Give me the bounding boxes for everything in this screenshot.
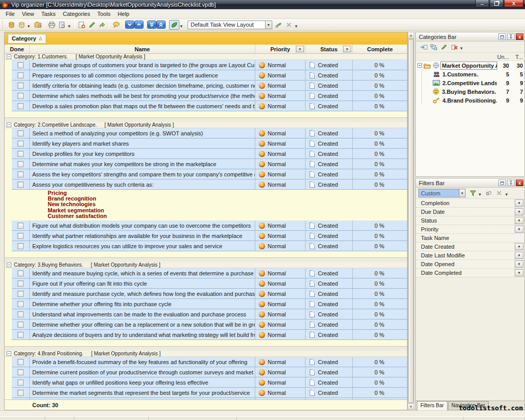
- priority-cell[interactable]: Normal: [255, 221, 306, 230]
- filter-row-due-date[interactable]: Due Date▼: [416, 208, 524, 216]
- status-cell[interactable]: Created: [306, 330, 353, 339]
- priority-cell[interactable]: Normal: [255, 278, 306, 288]
- new-subcategory-icon[interactable]: [429, 42, 439, 52]
- task-name-cell[interactable]: Explore logistics resources you can util…: [30, 241, 255, 251]
- task-row[interactable]: Determine whether your offering can be a…: [12, 319, 407, 330]
- status-cell[interactable]: Created: [306, 309, 353, 319]
- filter-row-status[interactable]: Status▼: [416, 216, 524, 225]
- scrollbar-thumb[interactable]: [408, 39, 414, 403]
- tree-item-2-competitive-landscape[interactable]: 2.Competitive Landscape99: [416, 78, 524, 87]
- done-checkbox[interactable]: [17, 270, 24, 276]
- done-checkbox[interactable]: [17, 141, 24, 147]
- comment-icon[interactable]: [111, 20, 122, 30]
- status-cell[interactable]: Created: [306, 357, 353, 367]
- collapse-icon[interactable]: −: [7, 351, 11, 356]
- filter-row-task-name[interactable]: Task Name: [416, 234, 524, 243]
- save-database-icon[interactable]: [33, 20, 43, 30]
- task-name-cell[interactable]: Assess your competitiveness by such crit…: [30, 179, 255, 189]
- priority-cell[interactable]: Normal: [255, 169, 306, 179]
- delete-layout-icon[interactable]: [284, 20, 294, 30]
- tree-root-label[interactable]: Market Opportunity Analy: [441, 62, 497, 69]
- filter-row-date-last-modifie[interactable]: Date Last Modifie▼: [416, 251, 524, 260]
- open-database-icon[interactable]: [16, 20, 27, 30]
- status-cell[interactable]: Created: [306, 101, 353, 111]
- new-category-icon[interactable]: [418, 42, 429, 52]
- done-checkbox[interactable]: [17, 332, 24, 338]
- title-bar[interactable]: Vip organizer [C:\Users\dmitry\Desktop\M…: [0, 0, 525, 9]
- column-header-priority[interactable]: Priority ▼: [255, 45, 306, 53]
- column-header-name[interactable]: Name: [30, 45, 255, 53]
- status-cell[interactable]: Created: [306, 231, 353, 241]
- task-row[interactable]: Determine which sales methods will be be…: [12, 91, 407, 101]
- status-cell[interactable]: Created: [306, 159, 353, 169]
- priority-cell[interactable]: Normal: [255, 138, 306, 148]
- filters-close-button[interactable]: x: [516, 179, 523, 186]
- status-cell[interactable]: Created: [306, 299, 353, 309]
- edit-category-icon[interactable]: [439, 42, 449, 52]
- task-row[interactable]: Assess your competitiveness by such crit…: [12, 179, 407, 190]
- task-row[interactable]: Provide a benefit-focused summary of the…: [12, 357, 407, 367]
- filter-dropdown-icon[interactable]: ▼: [515, 252, 523, 259]
- done-checkbox[interactable]: [17, 281, 24, 287]
- filter-dropdown-icon[interactable]: ▼: [515, 217, 523, 224]
- status-cell[interactable]: Created: [306, 70, 353, 80]
- priority-cell[interactable]: Normal: [255, 289, 306, 298]
- done-checkbox[interactable]: [17, 359, 24, 365]
- categories-close-button[interactable]: x: [516, 33, 523, 40]
- group-header[interactable]: −Category: 4.Brand Positioning.[ Market …: [5, 351, 407, 357]
- done-checkbox[interactable]: [17, 93, 24, 99]
- task-name-cell[interactable]: Figure out if your offering can fit into…: [30, 278, 255, 288]
- status-cell[interactable]: Created: [306, 221, 353, 230]
- menu-help[interactable]: Help: [114, 10, 133, 18]
- done-checkbox[interactable]: [17, 369, 24, 375]
- task-name-cell[interactable]: Determine which sales methods will be be…: [30, 91, 255, 101]
- done-checkbox[interactable]: [17, 161, 24, 167]
- status-cell[interactable]: Created: [306, 91, 353, 101]
- clear-filter-icon[interactable]: [494, 188, 504, 198]
- priority-filter-button[interactable]: ▼: [296, 46, 304, 52]
- task-name-cell[interactable]: Identify key players and market shares: [30, 138, 255, 148]
- task-row[interactable]: Determine what makes your key competitor…: [12, 159, 407, 169]
- status-cell[interactable]: Created: [306, 60, 353, 70]
- priority-cell[interactable]: Normal: [255, 268, 306, 278]
- task-row[interactable]: Identify and measure buying cycle, which…: [12, 268, 407, 278]
- task-name-cell[interactable]: Determine whether your offering fits int…: [30, 299, 255, 309]
- status-cell[interactable]: Created: [306, 81, 353, 90]
- filter-row-date-created[interactable]: Date Created▼: [416, 243, 524, 251]
- filters-minimize-button[interactable]: [498, 179, 506, 186]
- status-cell[interactable]: Created: [306, 289, 353, 298]
- filter-preset-combo[interactable]: Custom ▼: [418, 189, 466, 197]
- done-checkbox[interactable]: [17, 243, 24, 249]
- task-view-icon[interactable]: [169, 20, 179, 30]
- done-checkbox[interactable]: [17, 311, 24, 317]
- vertical-scrollbar[interactable]: ▲ ▼: [408, 32, 414, 410]
- column-header-done[interactable]: Done: [5, 45, 30, 53]
- task-name-cell[interactable]: Identify what gaps or unfilled positions…: [30, 377, 255, 387]
- task-name-cell[interactable]: Determine what makes your key competitor…: [30, 159, 255, 169]
- task-name-cell[interactable]: Provide a benefit-focused summary of the…: [30, 357, 255, 367]
- priority-cell[interactable]: Normal: [255, 309, 306, 319]
- priority-cell[interactable]: Normal: [255, 81, 306, 90]
- task-row[interactable]: Explore logistics resources you can util…: [12, 241, 407, 251]
- priority-cell[interactable]: Normal: [255, 367, 306, 377]
- print-preview-icon[interactable]: [57, 20, 67, 30]
- task-row[interactable]: Figure out if your offering can fit into…: [12, 278, 407, 289]
- task-name-cell[interactable]: Identify and measure purchase cycle, whi…: [30, 289, 255, 298]
- column-header-status[interactable]: Status ▼: [306, 45, 353, 53]
- column-header-complete[interactable]: Complete: [353, 45, 407, 53]
- filters-toolbar-overflow-icon[interactable]: ▼: [504, 192, 509, 197]
- task-row[interactable]: Identify criteria for obtaining leads (e…: [12, 81, 407, 91]
- done-checkbox[interactable]: [17, 379, 24, 386]
- priority-cell[interactable]: Normal: [255, 60, 306, 70]
- layout-combo-dropdown-icon[interactable]: ▼: [266, 21, 272, 29]
- task-row[interactable]: Determine whether your offering fits int…: [12, 299, 407, 309]
- task-row[interactable]: Determine the market segments that repre…: [12, 388, 407, 398]
- task-row[interactable]: Determine current position of your produ…: [12, 367, 407, 377]
- eraser-icon[interactable]: [484, 188, 494, 198]
- task-name-cell[interactable]: Analyze decisions of buyers and try to u…: [30, 330, 255, 339]
- priority-cell[interactable]: Normal: [255, 149, 306, 158]
- status-cell[interactable]: Created: [306, 367, 353, 377]
- menu-categories[interactable]: Categories: [59, 10, 94, 18]
- priority-cell[interactable]: Normal: [255, 377, 306, 387]
- done-checkbox[interactable]: [17, 83, 24, 89]
